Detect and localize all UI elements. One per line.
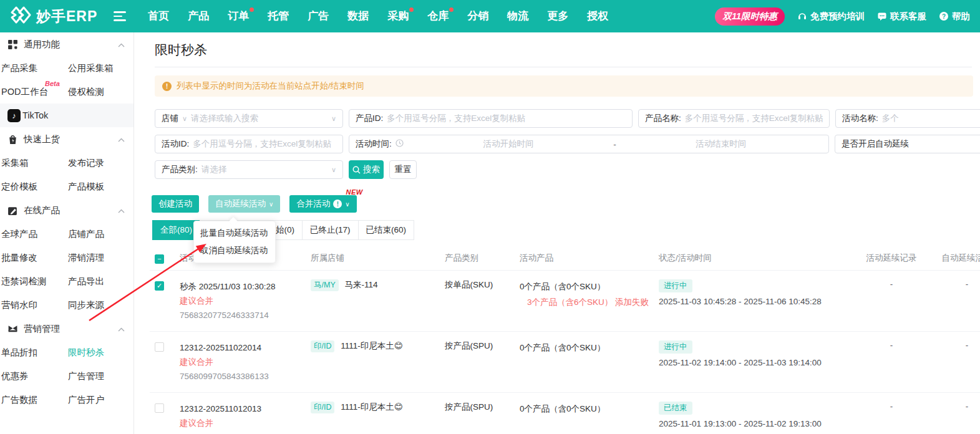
activity-id-input[interactable]: 活动ID: 多个用逗号分隔，支持Excel复制粘贴: [155, 135, 343, 153]
row-checkbox[interactable]: ✓: [155, 281, 164, 291]
sidebar-item-ad-data[interactable]: 广告数据: [0, 388, 67, 412]
sidebar-item-marketing-watermark[interactable]: 营销水印: [0, 293, 67, 317]
category-select[interactable]: 产品类别: 请选择 ∨: [155, 160, 343, 179]
chevron-down-icon: ∨: [182, 115, 187, 123]
renew-record: -: [853, 392, 929, 434]
reset-button[interactable]: 重置: [389, 160, 417, 179]
notification-dot: [449, 7, 454, 12]
tab-ended[interactable]: 已结束(60): [358, 220, 415, 240]
nav-order[interactable]: 订单: [218, 0, 258, 32]
activity-id: 7567728467414484757: [180, 430, 301, 434]
contact-support-link[interactable]: 联系客服: [877, 11, 926, 22]
chevron-up-icon[interactable]: [118, 134, 125, 144]
sidebar-group-online-products[interactable]: 在线产品: [0, 198, 133, 222]
suggest-merge-link[interactable]: 建议合并: [180, 294, 301, 308]
suggest-merge-link[interactable]: 建议合并: [180, 355, 301, 369]
tab-terminated[interactable]: 已终止(17): [302, 220, 359, 240]
tiktok-icon: ♪: [7, 109, 21, 122]
menu-toggle-icon[interactable]: [114, 11, 126, 21]
end-time-input[interactable]: 活动结束时间: [620, 138, 822, 150]
sidebar-item-collect-box[interactable]: 采集箱: [0, 151, 67, 175]
chevron-up-icon[interactable]: [118, 324, 125, 334]
sidebar-item-shop-products[interactable]: 店铺产品: [67, 222, 134, 246]
action-buttons: 创建活动 自动延续活动∨ 合并活动 ! ∨ NEW 批量自动延续活动 取消自动延…: [152, 195, 980, 213]
sidebar-item-product-template[interactable]: 产品模板: [67, 175, 134, 198]
products-add-failed[interactable]: 3个产品（含6个SKU） 添加失败: [520, 294, 649, 311]
help-link[interactable]: ? 帮助: [939, 11, 970, 22]
notification-dot: [409, 7, 414, 12]
row-checkbox[interactable]: [155, 403, 164, 413]
chevron-up-icon[interactable]: [118, 39, 125, 49]
sidebar-group-marketing[interactable]: 营销管理: [0, 317, 133, 340]
sidebar-group-general[interactable]: 通用功能: [0, 32, 133, 56]
sidebar-item-tiktok[interactable]: ♪ TikTok: [0, 104, 133, 127]
nav-more[interactable]: 更多: [538, 0, 578, 32]
sidebar-item-slow-sales-clear[interactable]: 滞销清理: [67, 246, 134, 269]
nav-warehouse[interactable]: 仓库: [418, 0, 458, 32]
select-all-checkbox[interactable]: −: [155, 254, 164, 264]
product-name-input[interactable]: 产品名称: 多个用逗号分隔，支持Excel复制粘贴: [638, 109, 830, 128]
edit-icon: [7, 205, 18, 216]
megaphone-icon: [7, 324, 18, 334]
create-activity-button[interactable]: 创建活动: [152, 195, 199, 213]
warning-icon: !: [162, 82, 172, 91]
nav-authorize[interactable]: 授权: [578, 0, 618, 32]
shop-select[interactable]: 店铺 ∨ 请选择或输入搜索 ∨: [155, 109, 343, 128]
search-button[interactable]: 搜索: [349, 160, 384, 179]
product-id-input[interactable]: 产品ID: 多个用逗号分隔，支持Excel复制粘贴: [349, 109, 633, 128]
sidebar-group-quick-listing[interactable]: 快速上货: [0, 127, 133, 151]
nav-product[interactable]: 产品: [178, 0, 218, 32]
nav-home[interactable]: 首页: [138, 0, 178, 32]
nav-hosting[interactable]: 托管: [258, 0, 298, 32]
product-category: 按产品(SPU): [440, 392, 515, 434]
activity-name-input[interactable]: 活动名称: 多个: [835, 109, 980, 128]
sidebar-item-product-collect[interactable]: 产品采集: [0, 56, 67, 80]
sidebar-item-pod-workbench[interactable]: POD工作台Beta: [0, 80, 67, 104]
suggest-merge-link[interactable]: 建议合并: [180, 416, 301, 430]
free-training-link[interactable]: 免费预约培训: [797, 11, 865, 22]
promo-badge[interactable]: 双11限时特惠: [715, 7, 785, 26]
menu-item-cancel-auto-renew[interactable]: 取消自动延续活动: [194, 242, 275, 259]
chevron-down-icon: ∨: [345, 201, 349, 208]
nav-ads[interactable]: 广告: [298, 0, 338, 32]
brand-name: 妙手ERP: [36, 7, 97, 26]
start-time-input[interactable]: 活动开始时间: [407, 138, 609, 150]
info-icon: !: [333, 200, 342, 208]
sidebar-item-publish-record[interactable]: 发布记录: [67, 151, 134, 175]
sidebar-item-global-products[interactable]: 全球产品: [0, 222, 67, 246]
activity-time: 2025-11-03 10:45:28 - 2025-11-06 10:45:2…: [659, 292, 848, 311]
divider: [155, 67, 972, 67]
nav-purchase[interactable]: 采购: [378, 0, 418, 32]
sidebar-item-single-discount[interactable]: 单品折扣: [0, 340, 67, 364]
chevron-up-icon[interactable]: [118, 205, 125, 215]
sidebar-item-ad-account[interactable]: 广告开户: [67, 388, 134, 412]
table-row: 12312-202511012013 建议合并 7567728467414484…: [150, 392, 980, 434]
activity-time: 2025-11-02 19:14:00 - 2025-11-03 19:14:0…: [659, 354, 848, 372]
row-checkbox[interactable]: [155, 342, 164, 352]
sidebar-item-bulk-edit[interactable]: 批量修改: [0, 246, 67, 269]
sidebar-item-public-collect-box[interactable]: 公用采集箱: [67, 56, 134, 80]
nav-logistics[interactable]: 物流: [498, 0, 538, 32]
merge-activity-button[interactable]: 合并活动 ! ∨: [289, 195, 356, 213]
brand-logo[interactable]: 妙手ERP: [10, 4, 97, 28]
nav-distribution[interactable]: 分销: [458, 0, 498, 32]
sidebar-item-product-export[interactable]: 产品导出: [67, 269, 134, 293]
renew-record: -: [853, 331, 929, 392]
auto-renew-activity-button[interactable]: 自动延续活动∨: [208, 195, 280, 213]
sidebar-item-infringement-check[interactable]: 侵权检测: [67, 80, 134, 104]
auto-renew-filter-select[interactable]: 是否开启自动延续: [835, 135, 980, 153]
sidebar-item-pricing-template[interactable]: 定价模板: [0, 175, 67, 198]
chevron-down-icon: ∨: [331, 166, 336, 174]
bag-icon: [7, 134, 18, 145]
shop-region-tag: 印/ID: [311, 340, 334, 352]
sidebar-item-flash-sale[interactable]: 限时秒杀: [67, 340, 134, 364]
sidebar-item-banned-words-check[interactable]: 违禁词检测: [0, 269, 67, 293]
status-badge: 进行中: [659, 340, 692, 354]
sidebar-item-coupon[interactable]: 优惠券: [0, 364, 67, 388]
activity-time-range-picker[interactable]: 活动时间: 活动开始时间 - 活动结束时间: [349, 135, 829, 153]
menu-item-batch-auto-renew[interactable]: 批量自动延续活动: [194, 224, 275, 242]
notice-banner: ! 列表中显示的时间为活动在当前站点开始/结束时间: [155, 75, 973, 97]
nav-data[interactable]: 数据: [338, 0, 378, 32]
sidebar-item-sync-source[interactable]: 同步来源: [67, 293, 134, 317]
sidebar-item-ad-management[interactable]: 广告管理: [67, 364, 134, 388]
